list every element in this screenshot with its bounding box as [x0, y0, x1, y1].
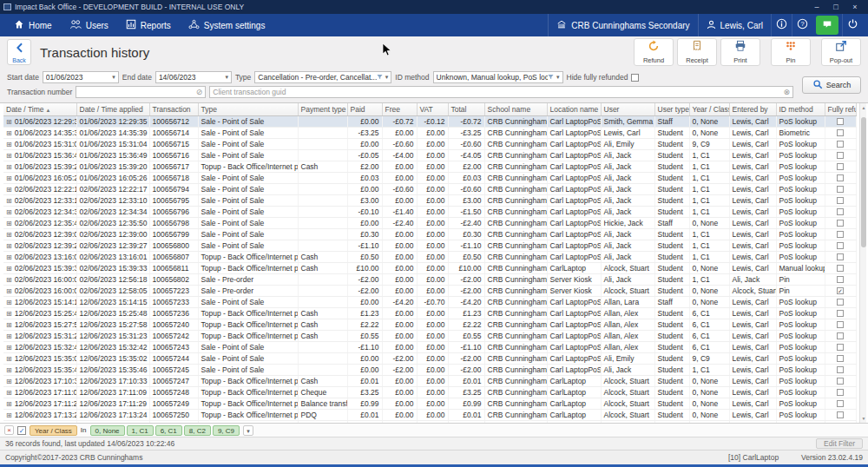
nav-item-system-settings[interactable]: System settings: [180, 14, 274, 36]
type-filter-dropdown[interactable]: Cancellation - Pre-order, Cancellat... ▾: [254, 71, 391, 83]
fully-refunded-checkbox[interactable]: [837, 141, 844, 148]
column-header[interactable]: Free: [382, 103, 417, 115]
end-date-input[interactable]: 14/06/2023 ▾: [155, 71, 232, 83]
column-header[interactable]: Type: [198, 103, 298, 115]
fully-refunded-checkbox[interactable]: [837, 400, 844, 407]
fully-refunded-checkbox[interactable]: [837, 129, 844, 136]
expand-row-icon[interactable]: ⊞: [6, 287, 12, 295]
clear-cross-icon[interactable]: ⊗: [783, 88, 790, 96]
table-row[interactable]: ⊞12/06/2023 15:14:1512/06/2023 15:14:151…: [3, 296, 856, 307]
table-row[interactable]: ⊞12/06/2023 17:13:2412/06/2023 17:13:241…: [3, 409, 856, 420]
expand-row-icon[interactable]: ⊞: [6, 299, 12, 306]
expand-row-icon[interactable]: ⊞: [6, 197, 12, 205]
table-row[interactable]: ⊞01/06/2023 12:29:3501/06/2023 12:29:351…: [3, 115, 856, 127]
feedback-button[interactable]: [816, 16, 838, 35]
expand-row-icon[interactable]: ⊞: [6, 186, 12, 194]
expand-row-icon[interactable]: ⊞: [6, 321, 12, 329]
table-row[interactable]: ⊞02/06/2023 16:00:0002/06/2023 12:58:051…: [3, 285, 856, 296]
print-button[interactable]: Print: [720, 38, 760, 66]
chevron-down-icon[interactable]: ▾: [556, 74, 560, 81]
current-user[interactable]: Lewis, Carl: [698, 14, 771, 36]
nav-item-users[interactable]: Users: [61, 14, 117, 36]
column-header[interactable]: School name: [484, 103, 547, 115]
column-header[interactable]: Year / Class▼: [689, 103, 729, 115]
table-row[interactable]: ⊞01/06/2023 15:39:2001/06/2023 15:39:201…: [3, 161, 856, 172]
column-header[interactable]: Entered by: [729, 103, 776, 115]
column-header[interactable]: Total: [448, 103, 484, 115]
table-row[interactable]: ⊞02/06/2023 16:00:0002/06/2023 12:56:181…: [3, 273, 856, 285]
table-row[interactable]: ⊞12/06/2023 17:11:2912/06/2023 17:11:291…: [3, 398, 856, 409]
expand-row-icon[interactable]: ⊞: [6, 310, 12, 318]
expand-row-icon[interactable]: ⊞: [6, 276, 12, 284]
filter-value-tag[interactable]: 6, C1: [155, 425, 182, 436]
fully-refunded-checkbox[interactable]: [837, 344, 844, 351]
fully-refunded-checkbox[interactable]: [837, 220, 844, 227]
fully-refunded-checkbox[interactable]: ✓: [837, 287, 844, 294]
logout-button[interactable]: [842, 14, 863, 36]
column-header[interactable]: Date / Time▲: [3, 103, 76, 115]
expand-row-icon[interactable]: ⊞: [6, 208, 12, 216]
close-button[interactable]: ×: [845, 1, 865, 13]
fully-refunded-checkbox[interactable]: [837, 118, 844, 125]
fully-refunded-checkbox[interactable]: [837, 186, 844, 193]
expand-row-icon[interactable]: ⊞: [6, 141, 12, 148]
client-guid-input[interactable]: Client transaction guid ⊗: [209, 86, 793, 98]
scrollbar-thumb[interactable]: [861, 117, 866, 247]
expand-row-icon[interactable]: ⊞: [6, 423, 12, 424]
column-header[interactable]: Payment type: [298, 103, 347, 115]
filter-value-tag[interactable]: 9, C9: [213, 425, 240, 436]
pop-out-button[interactable]: Pop-out: [821, 38, 861, 66]
filter-value-tag[interactable]: 1, C1: [127, 425, 154, 436]
fully-refunded-checkbox[interactable]: [837, 276, 844, 283]
column-header[interactable]: Date / Time applied: [76, 103, 149, 115]
filter-value-tag[interactable]: 0, None: [90, 425, 125, 436]
table-row[interactable]: ⊞02/06/2023 12:22:1702/06/2023 12:22:171…: [3, 183, 856, 194]
expand-row-icon[interactable]: ⊞: [6, 265, 12, 273]
expand-row-icon[interactable]: ⊞: [6, 332, 12, 340]
fully-refunded-checkbox[interactable]: [837, 389, 844, 396]
expand-row-icon[interactable]: ⊞: [6, 231, 12, 239]
fully-refunded-checkbox[interactable]: [837, 152, 844, 159]
table-row[interactable]: ⊞12/06/2023 17:10:3312/06/2023 17:10:331…: [3, 375, 856, 386]
table-row[interactable]: ⊞12/06/2023 15:27:5812/06/2023 15:27:581…: [3, 319, 856, 330]
expand-row-icon[interactable]: ⊞: [6, 253, 12, 261]
table-row[interactable]: ⊞02/06/2023 13:16:0102/06/2023 13:16:011…: [3, 251, 856, 262]
table-row[interactable]: ⊞12/06/2023 15:31:2312/06/2023 15:31:231…: [3, 330, 856, 341]
table-row[interactable]: ⊞01/06/2023 15:31:0301/06/2023 15:31:041…: [3, 138, 856, 149]
expand-row-icon[interactable]: ⊞: [6, 163, 12, 171]
expand-row-icon[interactable]: ⊞: [6, 174, 12, 182]
table-row[interactable]: ⊞02/06/2023 15:39:3302/06/2023 15:39:331…: [3, 262, 856, 273]
fully-refunded-checkbox[interactable]: [837, 321, 844, 328]
expand-row-icon[interactable]: ⊞: [6, 378, 12, 385]
column-header[interactable]: User type: [654, 103, 689, 115]
pin-button[interactable]: Pin: [771, 38, 811, 66]
id-method-filter-dropdown[interactable]: Unknown, Manual lookup, PoS look... ▾: [433, 71, 563, 83]
fully-refunded-checkbox[interactable]: [837, 231, 844, 238]
fully-refunded-checkbox[interactable]: [837, 265, 844, 272]
expand-row-icon[interactable]: ⊞: [6, 389, 12, 397]
column-header[interactable]: ID method: [776, 103, 825, 115]
table-row[interactable]: ⊞02/06/2023 12:33:1002/06/2023 12:33:101…: [3, 194, 856, 206]
table-row[interactable]: ⊞12/06/2023 15:32:4212/06/2023 15:32:421…: [3, 341, 856, 352]
table-row[interactable]: ⊞01/06/2023 15:36:4801/06/2023 15:36:491…: [3, 149, 856, 161]
nav-item-reports[interactable]: Reports: [117, 14, 180, 36]
table-row[interactable]: ⊞12/06/2023 15:35:4612/06/2023 15:35:461…: [3, 364, 856, 375]
expand-row-icon[interactable]: ⊞: [6, 220, 12, 227]
fully-refunded-checkbox[interactable]: [837, 208, 844, 215]
chevron-down-icon[interactable]: ▾: [112, 74, 115, 81]
fully-refunded-checkbox[interactable]: [837, 378, 844, 385]
column-header[interactable]: Paid: [347, 103, 382, 115]
refund-button[interactable]: Refund: [634, 38, 674, 66]
table-row[interactable]: ⊞12/06/2023 15:35:0212/06/2023 15:35:021…: [3, 352, 856, 364]
filter-field-tag[interactable]: Year / Class: [30, 425, 77, 436]
receipt-button[interactable]: Receipt: [677, 38, 717, 66]
expand-row-icon[interactable]: ⊞: [6, 355, 12, 363]
hide-fully-refunded-checkbox[interactable]: [631, 74, 639, 82]
nav-item-home[interactable]: Home: [5, 14, 61, 36]
fully-refunded-checkbox[interactable]: [837, 299, 844, 306]
expand-row-icon[interactable]: ⊞: [6, 152, 12, 160]
filter-value-tag[interactable]: 8, C2: [184, 425, 211, 436]
fully-refunded-checkbox[interactable]: [837, 366, 844, 373]
fully-refunded-checkbox[interactable]: [837, 253, 844, 260]
scroll-down-icon[interactable]: ▼: [860, 416, 867, 421]
